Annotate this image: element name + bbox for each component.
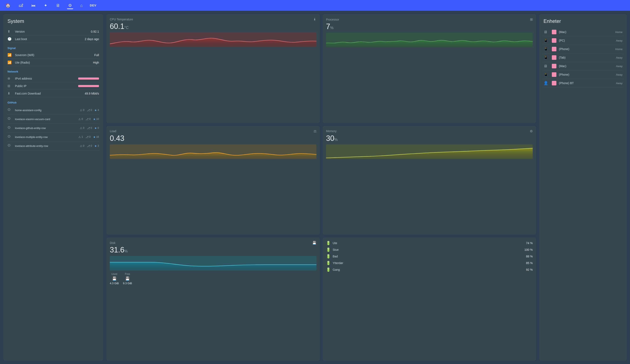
device-type-icon: 📱 [544,55,549,60]
wifi-label: Soverom (Wifi) [15,53,94,57]
device-status: Away [616,73,622,76]
device-color-dot [552,81,556,85]
nav-bed2-icon[interactable]: 🛏 [30,2,37,9]
ipv4-row: ⊗ IPv4 address [8,75,99,82]
prs-stat: ⎇ 0 [86,135,91,139]
github-meta: ⚠ 0 ⎇ 0 ★ 10 [78,118,99,121]
prs-icon: ⎇ [87,109,90,112]
cpu-temp-value: 60.1°C [110,22,316,31]
device-row: 🖥 (Mac) Away [544,62,622,70]
issues-icon: ⚠ [80,126,82,130]
lastboot-label: Last boot [15,37,85,41]
issues-stat: ⚠ 0 [80,109,84,112]
battery-icon: 🔋 [326,241,330,245]
device-name: (Phone) [559,73,613,76]
battery-row: 🔋 Bad 88 % [326,254,533,259]
nav-dev-label[interactable]: DEV [90,4,96,7]
battery-pct: 85 % [526,261,533,265]
disk-icon: 💾 [312,241,316,245]
memory-value: 30% [326,134,533,143]
publicip-icon: ⊞ [8,84,15,88]
wifi-value: Full [94,53,99,57]
nav-monitor-icon[interactable]: 🖥 [54,2,61,9]
disk-value: 31.6% [110,246,316,254]
battery-row: 🔋 Ute 74 % [326,241,533,245]
disk-title: Disk [110,241,116,245]
github-meta: ⚠ 0 ⎇ 0 ★ 3 [80,144,99,147]
nav-house2-icon[interactable]: ⌂ [79,2,84,9]
issues-stat: ⚠ 1 [78,135,83,139]
device-row: 📱 (Phone) Away [544,70,622,79]
battery-label: Ytterdør [333,261,524,265]
version-icon: ⬆ [8,29,15,33]
load-card: Load ⚖ 0.43 [106,126,320,235]
nav-bed1-icon[interactable]: 🛋 [18,2,24,9]
prs-stat: ⎇ 0 [87,109,92,112]
lastboot-icon: 🕐 [8,37,15,41]
battery-section: 🔋 Ute 74 % 🔋 Stue 100 % 🔋 Bad 88 % 🔋 Ytt… [323,238,536,361]
disk-used-stat: Used 💾 4.3 GiB [110,273,119,285]
device-color-dot [552,55,556,60]
nav-light-icon[interactable]: ✦ [42,2,49,9]
prs-icon: ⎇ [87,126,90,130]
stars-icon: ★ [94,126,97,130]
nav-settings-icon[interactable]: ⚙ [67,2,73,9]
device-color-dot [552,64,556,68]
issues-stat: ⚠ 0 [78,118,83,121]
nav-home-icon[interactable]: 🏠 [4,2,12,9]
device-status: Home [615,47,622,51]
battery-pct: 88 % [526,255,533,258]
stars-icon: ★ [94,144,97,147]
device-row: 📱 (Tab) Away [544,53,622,62]
stars-stat: ★ 16 [93,135,99,139]
stars-icon: ★ [93,118,96,121]
issues-icon: ⚠ [80,109,82,112]
issues-stat: ⚠ 0 [80,126,84,130]
disk-used-icon: 💾 [112,276,117,281]
github-repo-row: ⊙ lovelace-attribute-entity-row ⚠ 0 ⎇ 0 … [8,141,99,150]
device-color-dot [552,47,556,51]
version-label: Version [15,30,91,33]
disk-stats: Used 💾 4.3 GiB Free 💾 9.3 GiB [110,273,316,285]
devices-list: 🖥 (Mac) Home 📱 (PC) Away 📱 (Phone) Home … [544,28,622,87]
memory-title: Memory [326,129,336,133]
prs-icon: ⎇ [86,118,88,121]
wifi-icon: 📶 [8,53,15,57]
load-value: 0.43 [110,134,316,143]
github-repos-list: ⊙ home-assistant-config ⚠ 0 ⎇ 0 ★ 4 ⊙ lo… [8,106,99,150]
disk-card: Disk 💾 31.6% [106,238,320,361]
publicip-row: ⊞ Public IP [8,82,99,90]
memory-icon: ⚙ [530,129,533,133]
radio-label: Ute (Radio) [15,61,93,64]
battery-label: Gang [333,268,524,271]
battery-row: 🔋 Ytterdør 85 % [326,261,533,265]
battery-row: 🔋 Stue 100 % [326,247,533,252]
ipv4-icon: ⊗ [8,76,15,80]
github-section: GitHub [8,101,99,104]
processor-chart [326,33,533,47]
prs-stat: ⎇ 0 [87,126,92,130]
device-type-icon: 👤 [544,81,549,85]
processor-icon: ⊞ [530,17,533,21]
device-status: Away [616,39,622,42]
battery-icon: 🔋 [326,261,330,265]
center-panels: CPU Temperature 🌡 60.1°C [106,14,536,361]
top-navigation: 🏠 🛋 🛏 ✦ 🖥 ⚙ ⌂ DEV [0,0,630,11]
issues-stat: ⚠ 0 [80,144,84,147]
github-repo-row: ⊙ lovelace-multiple-entity-row ⚠ 1 ⎇ 0 ★… [8,133,99,141]
device-row: 📱 (PC) Away [544,36,622,45]
load-title: Load [110,129,116,133]
device-color-dot [552,30,556,34]
cpu-temp-chart [110,32,316,47]
repo-name: lovelace-multiple-entity-row [15,135,77,139]
main-content: System ⬆ Version 0.92.1 🕐 Last boot 2 da… [0,11,630,364]
load-header: Load ⚖ [110,129,316,133]
repo-name: lovelace-attribute-entity-row [15,144,78,147]
device-type-icon: 📱 [544,72,549,77]
device-status: Away [616,56,622,59]
battery-icon: 🔋 [326,254,330,259]
repo-name: home-assistant-config [15,109,78,112]
battery-row: 🔋 Gang 92 % [326,267,533,272]
download-value: 49.9 Mbit/s [85,92,99,95]
memory-header: Memory ⚙ [326,129,533,133]
